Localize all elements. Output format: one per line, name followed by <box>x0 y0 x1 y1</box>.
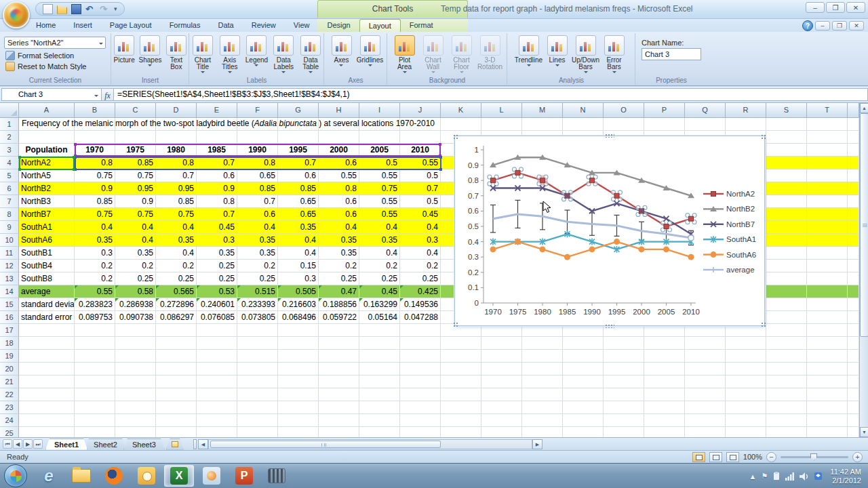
row-header-7[interactable]: 7 <box>0 195 19 208</box>
cell-I22[interactable] <box>359 388 400 401</box>
cell-C22[interactable] <box>115 388 156 401</box>
cell-M1[interactable] <box>522 118 563 131</box>
cell-T15[interactable] <box>807 298 848 311</box>
cell-O1[interactable] <box>604 118 644 131</box>
cell-R19[interactable] <box>726 350 766 363</box>
cell-G4[interactable]: 0.7 <box>278 157 319 169</box>
tab-home[interactable]: Home <box>27 19 64 32</box>
cell-B23[interactable] <box>75 401 115 414</box>
cell-O18[interactable] <box>604 337 644 350</box>
cell-E18[interactable] <box>197 337 237 350</box>
cell-C4[interactable]: 0.85 <box>115 157 156 169</box>
cell-A11[interactable]: SouthB1 <box>19 247 75 260</box>
cell-J14[interactable]: 0.425 <box>400 285 441 298</box>
cell-S7[interactable] <box>766 195 807 208</box>
cell-C24[interactable] <box>115 414 156 427</box>
next-sheet-icon[interactable]: ▶ <box>23 439 33 449</box>
cell-N21[interactable] <box>563 375 604 388</box>
prev-sheet-icon[interactable]: ◀ <box>13 439 22 449</box>
cell-N18[interactable] <box>563 337 604 350</box>
powerpoint-icon[interactable]: P <box>229 465 259 487</box>
cell-H6[interactable]: 0.8 <box>319 182 359 195</box>
cell-F24[interactable] <box>237 414 278 427</box>
cell-R18[interactable] <box>726 337 766 350</box>
cell-Q18[interactable] <box>685 337 726 350</box>
cell-I17[interactable] <box>359 324 400 337</box>
cell-F20[interactable] <box>237 363 278 375</box>
row-header-14[interactable]: 14 <box>0 285 19 298</box>
cell-L19[interactable] <box>481 350 522 363</box>
tab-design[interactable]: Design <box>318 19 359 32</box>
cell-Q24[interactable] <box>685 414 726 427</box>
legend-button[interactable]: Legend <box>244 35 270 72</box>
cell-C5[interactable]: 0.75 <box>115 169 156 182</box>
cell-G18[interactable] <box>278 337 319 350</box>
column-header-L[interactable]: L <box>481 103 522 118</box>
zoom-level[interactable]: 100% <box>743 453 762 461</box>
column-header-G[interactable]: G <box>278 103 319 118</box>
column-header-J[interactable]: J <box>400 103 441 118</box>
tab-layout[interactable]: Layout <box>359 19 401 32</box>
cell-H2[interactable] <box>319 131 359 144</box>
cell-E22[interactable] <box>197 388 237 401</box>
column-header-D[interactable]: D <box>156 103 197 118</box>
cell-C6[interactable]: 0.95 <box>115 182 156 195</box>
cell-J9[interactable]: 0.4 <box>400 221 441 234</box>
cell-K18[interactable] <box>441 337 481 350</box>
cell-A6[interactable]: NorthB2 <box>19 182 75 195</box>
cell-T3[interactable] <box>807 144 848 157</box>
cell-B7[interactable]: 0.85 <box>75 195 115 208</box>
chart-element-dropdown[interactable]: Series "NorthA2" <box>4 37 106 49</box>
cell-S6[interactable] <box>766 182 807 195</box>
firefox-icon[interactable] <box>99 465 129 487</box>
cell-T4[interactable] <box>807 157 848 169</box>
cell-B22[interactable] <box>75 388 115 401</box>
cell-D18[interactable] <box>156 337 197 350</box>
cell-D17[interactable] <box>156 324 197 337</box>
cell-N22[interactable] <box>563 388 604 401</box>
cell-J23[interactable] <box>400 401 441 414</box>
cell-D24[interactable] <box>156 414 197 427</box>
column-header-A[interactable]: A <box>19 103 75 118</box>
minimize-button[interactable]: – <box>806 2 825 13</box>
cell-R20[interactable] <box>726 363 766 375</box>
row-header-15[interactable]: 15 <box>0 298 19 311</box>
cell-D20[interactable] <box>156 363 197 375</box>
cell-S16[interactable] <box>766 311 807 324</box>
chart-title-button[interactable]: Chart Title <box>190 35 216 72</box>
cell-T14[interactable] <box>807 285 848 298</box>
cell-S17[interactable] <box>766 324 807 337</box>
windows-explorer-icon[interactable] <box>66 465 96 487</box>
cell-H10[interactable]: 0.35 <box>319 234 359 247</box>
windows-update-icon[interactable] <box>772 472 781 481</box>
cell-J24[interactable] <box>400 414 441 427</box>
row-header-3[interactable]: 3 <box>0 144 19 157</box>
cell-C2[interactable] <box>115 131 156 144</box>
formula-input[interactable]: =SERIES(Sheet1!$A$4,Sheet1!$B$3:$J$3,She… <box>114 88 868 101</box>
cell-J21[interactable] <box>400 375 441 388</box>
cell-B10[interactable]: 0.35 <box>75 234 115 247</box>
cell-D23[interactable] <box>156 401 197 414</box>
cell-J11[interactable]: 0.4 <box>400 247 441 260</box>
cell-A3[interactable]: Population <box>19 144 75 157</box>
cell-J13[interactable]: 0.25 <box>400 272 441 285</box>
cell-G16[interactable]: 0.068496 <box>278 311 319 324</box>
column-header-B[interactable]: B <box>75 103 115 118</box>
cell-B11[interactable]: 0.3 <box>75 247 115 260</box>
cell-A16[interactable]: standard error <box>19 311 75 324</box>
cell-F6[interactable]: 0.85 <box>237 182 278 195</box>
cell-S4[interactable] <box>766 157 807 169</box>
cell-S10[interactable] <box>766 234 807 247</box>
cell-D12[interactable]: 0.2 <box>156 260 197 272</box>
cell-G22[interactable] <box>278 388 319 401</box>
cell-S12[interactable] <box>766 260 807 272</box>
tab-page-layout[interactable]: Page Layout <box>101 19 161 32</box>
cell-H15[interactable]: 0.188856 <box>319 298 359 311</box>
shapes-button[interactable]: Shapes <box>138 35 162 72</box>
customize-qat-icon[interactable]: ▾ <box>114 4 117 14</box>
show-hidden-icons-icon[interactable]: ▲ <box>749 472 757 481</box>
undo-icon[interactable]: ↶ <box>85 4 96 14</box>
cell-F4[interactable]: 0.8 <box>237 157 278 169</box>
cell-G7[interactable]: 0.65 <box>278 195 319 208</box>
internet-explorer-icon[interactable]: e <box>34 465 64 487</box>
